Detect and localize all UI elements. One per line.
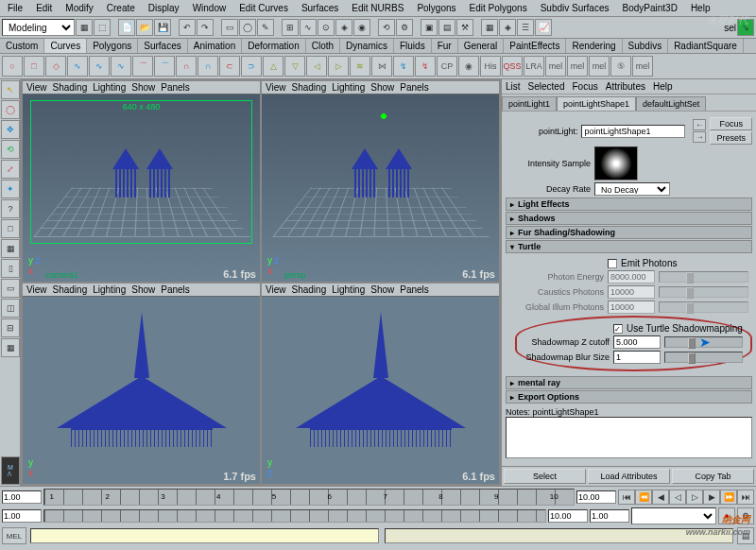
- blur-slider[interactable]: [664, 352, 743, 363]
- section-light-effects[interactable]: Light Effects: [506, 198, 752, 211]
- snap-live-icon[interactable]: ◉: [353, 19, 370, 36]
- section-mental-ray[interactable]: mental ray: [506, 376, 752, 389]
- vp-menu-shading[interactable]: Shading: [53, 284, 88, 295]
- copy-tab-button[interactable]: Copy Tab: [672, 469, 754, 484]
- shelf-button-19[interactable]: ↯: [415, 56, 436, 77]
- scale-tool-icon[interactable]: ⤢: [1, 160, 20, 179]
- shelf-tab-general[interactable]: General: [458, 39, 505, 53]
- select-tool-icon[interactable]: ↖: [1, 80, 20, 99]
- prev-key-icon[interactable]: ◀: [652, 490, 669, 505]
- emit-photons-checkbox[interactable]: [608, 259, 617, 268]
- paint-select-icon[interactable]: ✎: [257, 19, 274, 36]
- shelf-tab-fluids[interactable]: Fluids: [394, 39, 432, 53]
- shelf-button-26[interactable]: mel: [567, 56, 588, 77]
- shelf-tab-deformation[interactable]: Deformation: [242, 39, 305, 53]
- ae-tab-defaultLightSet[interactable]: defaultLightSet: [636, 96, 706, 111]
- undo-icon[interactable]: ↶: [179, 19, 196, 36]
- shelf-tab-cloth[interactable]: Cloth: [306, 39, 340, 53]
- vp-menu-show[interactable]: Show: [370, 284, 394, 295]
- shelf-button-2[interactable]: ◇: [45, 56, 66, 77]
- command-input[interactable]: [30, 528, 379, 543]
- section-export[interactable]: Export Options: [506, 390, 752, 404]
- nav-back-icon[interactable]: ←: [693, 119, 706, 130]
- shelf-tab-rendering[interactable]: Rendering: [566, 39, 622, 53]
- rotate-tool-icon[interactable]: ⟲: [1, 140, 20, 159]
- vp-menu-panels[interactable]: Panels: [400, 284, 429, 295]
- vp-menu-lighting[interactable]: Lighting: [93, 82, 126, 93]
- section-fur-shading[interactable]: Fur Shading/Shadowing: [506, 226, 752, 239]
- render-icon[interactable]: ▣: [421, 19, 438, 36]
- vp-menu-view[interactable]: View: [266, 284, 286, 295]
- history-icon[interactable]: ⟲: [378, 19, 395, 36]
- range-end-field[interactable]: [548, 509, 588, 523]
- layout-single-icon[interactable]: □: [1, 219, 20, 238]
- lasso-icon[interactable]: ◯: [239, 19, 256, 36]
- shelf-button-7[interactable]: ⌒: [154, 56, 175, 77]
- shelf-button-21[interactable]: ◉: [458, 56, 479, 77]
- ae-menu-help[interactable]: Help: [653, 81, 673, 92]
- vp-menu-shading[interactable]: Shading: [53, 82, 88, 93]
- next-key-icon[interactable]: ▶: [703, 490, 720, 505]
- vp-menu-panels[interactable]: Panels: [161, 82, 190, 93]
- file-new-icon[interactable]: 📄: [118, 19, 135, 36]
- viewport-front[interactable]: document.write(JSON.parse(document.getEl…: [23, 284, 260, 484]
- toolbar-btn[interactable]: ▦: [76, 19, 93, 36]
- shelf-button-3[interactable]: ∿: [67, 56, 88, 77]
- time-slider-track[interactable]: let s='';for(let i=1;i<=10;i++)s+=`<span…: [43, 489, 575, 506]
- ae-tab-pointLightShape1[interactable]: pointLightShape1: [557, 96, 636, 111]
- vp-menu-panels[interactable]: Panels: [161, 284, 190, 295]
- shelf-tab-curves[interactable]: Curves: [44, 39, 87, 53]
- vp-menu-panels[interactable]: Panels: [400, 82, 429, 93]
- nav-fwd-icon[interactable]: →: [693, 131, 706, 143]
- viewport-camera1[interactable]: document.write(JSON.parse(document.getEl…: [23, 81, 260, 282]
- layout-2v-icon[interactable]: ▯: [1, 259, 20, 278]
- ae-menu-attributes[interactable]: Attributes: [606, 81, 645, 92]
- shelf-button-23[interactable]: QSS: [502, 56, 523, 77]
- shelf-button-10[interactable]: ⊂: [219, 56, 240, 77]
- layout-four-icon[interactable]: ▦: [1, 239, 20, 258]
- play-fwd-icon[interactable]: ▷: [686, 490, 703, 505]
- outliner-icon[interactable]: ☰: [517, 19, 534, 36]
- shelf-button-15[interactable]: ▷: [328, 56, 349, 77]
- shelf-button-25[interactable]: mel: [545, 56, 566, 77]
- snap-curve-icon[interactable]: ∿: [300, 19, 317, 36]
- menu-edit-curves[interactable]: Edit Curves: [235, 2, 292, 14]
- ae-menu-selected[interactable]: Selected: [528, 81, 565, 92]
- step-fwd-icon[interactable]: ⏩: [720, 490, 737, 505]
- range-slider[interactable]: [43, 509, 546, 523]
- shelf-button-18[interactable]: ↯: [393, 56, 414, 77]
- toolbar-btn[interactable]: ⬚: [94, 19, 111, 36]
- shadowmap-z-cutoff-field[interactable]: [613, 335, 661, 349]
- select-button[interactable]: Select: [504, 469, 586, 484]
- ae-menu-list[interactable]: List: [506, 81, 521, 92]
- presets-button[interactable]: Presets: [710, 131, 752, 145]
- layout-persp-icon[interactable]: ▦: [1, 338, 20, 357]
- construction-icon[interactable]: ⚙: [396, 19, 413, 36]
- ae-menu-focus[interactable]: Focus: [572, 81, 597, 92]
- vp-menu-view[interactable]: View: [26, 284, 47, 295]
- lasso-tool-icon[interactable]: ◯: [1, 100, 20, 119]
- play-back-icon[interactable]: ◁: [669, 490, 686, 505]
- layout-3-icon[interactable]: ◫: [1, 299, 20, 318]
- shelf-button-8[interactable]: ∩: [176, 56, 197, 77]
- graph-editor-icon[interactable]: 📈: [535, 19, 552, 36]
- z-cutoff-slider[interactable]: ➤: [664, 336, 743, 348]
- redo-icon[interactable]: ↷: [197, 19, 214, 36]
- shelf-button-17[interactable]: ⋈: [371, 56, 392, 77]
- shelf-tab-surfaces[interactable]: Surfaces: [138, 39, 187, 53]
- goto-start-icon[interactable]: ⏮: [618, 490, 635, 505]
- vp-menu-lighting[interactable]: Lighting: [93, 284, 126, 295]
- vp-menu-shading[interactable]: Shading: [292, 82, 327, 93]
- layout-3b-icon[interactable]: ⊟: [1, 318, 20, 337]
- menu-edit-polygons[interactable]: Edit Polygons: [466, 2, 531, 14]
- node-name-field[interactable]: [581, 125, 685, 138]
- move-tool-icon[interactable]: ✥: [1, 120, 20, 139]
- menu-surfaces[interactable]: Surfaces: [298, 2, 342, 14]
- anim-start-range[interactable]: [2, 490, 42, 504]
- shelf-button-9[interactable]: ∩: [198, 56, 218, 77]
- shelf-tab-painteffects[interactable]: PaintEffects: [504, 39, 566, 53]
- shelf-button-13[interactable]: ▽: [284, 56, 305, 77]
- load-attributes-button[interactable]: Load Attributes: [588, 469, 670, 484]
- menu-edit[interactable]: Edit: [32, 2, 56, 14]
- shelf-button-29[interactable]: mel: [632, 56, 653, 77]
